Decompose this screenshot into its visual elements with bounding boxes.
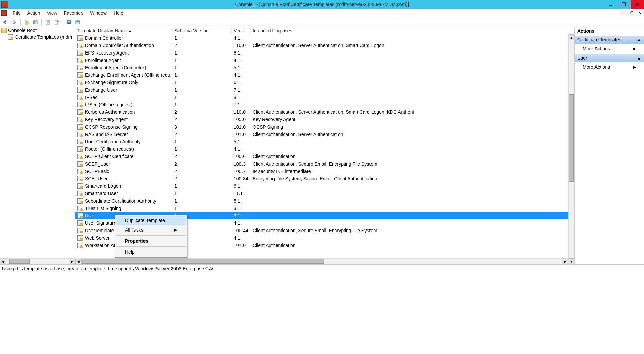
scroll-down-icon[interactable]: ▼ bbox=[569, 258, 574, 264]
table-row[interactable]: Root Certification Authority15.1 bbox=[75, 138, 574, 145]
scroll-right-icon[interactable]: ▶ bbox=[69, 259, 75, 264]
context-menu-duplicate-template[interactable]: Duplicate Template bbox=[116, 216, 186, 225]
row-versi: 4.1 bbox=[232, 235, 251, 241]
cert-icon bbox=[77, 161, 83, 167]
svg-rect-12 bbox=[76, 21, 80, 22]
menu-file[interactable]: File bbox=[9, 10, 24, 16]
mdi-restore-button[interactable]: ❐ bbox=[628, 10, 635, 16]
context-menu-all-tasks[interactable]: All Tasks▶ bbox=[116, 225, 186, 235]
row-versi: 100.6 bbox=[232, 154, 251, 159]
row-schema: 1 bbox=[172, 102, 232, 107]
forward-button[interactable] bbox=[10, 18, 18, 26]
table-row[interactable]: Key Recovery Agent2105.0Key Recovery Age… bbox=[75, 116, 574, 123]
row-name: Key Recovery Agent bbox=[85, 117, 128, 122]
row-name: Exchange User bbox=[85, 87, 117, 93]
table-row[interactable]: Smartcard Logon16.1 bbox=[75, 182, 574, 190]
row-name: Workstation Au bbox=[85, 243, 117, 248]
scroll-left-icon[interactable]: ◀ bbox=[0, 259, 6, 264]
table-row[interactable]: SCEP_User2100.3Client Authentication, Se… bbox=[75, 160, 574, 168]
show-hide-tree-button[interactable] bbox=[31, 18, 39, 26]
row-schema: 1 bbox=[172, 183, 232, 189]
scroll-thumb[interactable] bbox=[82, 259, 324, 264]
app-icon bbox=[1, 1, 8, 8]
row-name: Root Certification Authority bbox=[85, 139, 141, 144]
table-row[interactable]: SCEPUser2100.34Encrypting File System, S… bbox=[75, 175, 574, 182]
export-button[interactable] bbox=[53, 18, 61, 26]
table-row[interactable]: Domain Controller Authentication2110.0Cl… bbox=[75, 42, 574, 49]
col-header-schema[interactable]: Schema Version bbox=[172, 27, 232, 34]
list-pane: Template Display Name▲ Schema Version Ve… bbox=[75, 27, 575, 264]
maximize-button[interactable] bbox=[617, 0, 631, 9]
menu-action[interactable]: Action bbox=[24, 10, 44, 16]
row-versi: 3.1 bbox=[232, 213, 251, 218]
row-versi: 6.1 bbox=[232, 80, 251, 85]
row-schema: 1 bbox=[172, 139, 232, 144]
list-vscroll[interactable]: ▲ ▼ bbox=[568, 34, 574, 264]
tree-hscroll[interactable]: ◀ ▶ bbox=[0, 258, 75, 264]
up-button[interactable] bbox=[23, 18, 31, 26]
actions-more-2[interactable]: More Actions▶ bbox=[575, 62, 644, 72]
context-menu-separator bbox=[116, 235, 186, 236]
context-menu-properties[interactable]: Properties bbox=[116, 236, 186, 246]
context-menu-help[interactable]: Help bbox=[116, 247, 186, 257]
cert-icon bbox=[77, 176, 83, 181]
scroll-left-icon[interactable]: ◀ bbox=[75, 259, 82, 264]
row-versi: 11.1 bbox=[232, 191, 251, 196]
submenu-icon: ▶ bbox=[633, 65, 636, 69]
table-row[interactable]: Smartcard User111.1 bbox=[75, 190, 574, 197]
mdi-close-button[interactable]: ✕ bbox=[636, 10, 643, 16]
help-button[interactable]: ? bbox=[65, 18, 73, 26]
cert-template-icon bbox=[8, 34, 13, 40]
scroll-thumb[interactable] bbox=[9, 259, 30, 264]
table-row[interactable]: Subordinate Certification Authority15.1 bbox=[75, 197, 574, 205]
actions-group-user[interactable]: User▲ bbox=[575, 54, 644, 62]
mdi-minimize-button[interactable]: — bbox=[620, 10, 627, 16]
window-title: Console1 - [Console Root\Certificate Tem… bbox=[235, 2, 409, 7]
tree-root[interactable]: Console Root bbox=[0, 27, 75, 34]
actions-more-1[interactable]: More Actions▶ bbox=[575, 44, 644, 54]
properties-button[interactable] bbox=[44, 18, 52, 26]
table-row[interactable]: Domain Controller14.1 bbox=[75, 34, 574, 42]
table-row[interactable]: Enrollment Agent (Computer)15.1 bbox=[75, 64, 574, 71]
row-purpose: IP security IKE intermediate bbox=[251, 169, 574, 174]
col-header-name[interactable]: Template Display Name▲ bbox=[75, 27, 172, 34]
row-name: IPSec bbox=[85, 95, 97, 100]
table-row[interactable]: Kerberos Authentication2110.0Client Auth… bbox=[75, 108, 574, 116]
menu-favorites[interactable]: Favorites bbox=[61, 10, 87, 16]
new-window-button[interactable] bbox=[74, 18, 82, 26]
table-row[interactable]: SCEP Client Certificate2100.6Client Auth… bbox=[75, 153, 574, 160]
empty-area bbox=[0, 272, 644, 354]
menu-view[interactable]: View bbox=[43, 10, 60, 16]
menu-window[interactable]: Window bbox=[87, 10, 110, 16]
col-header-versi[interactable]: Versi... bbox=[232, 27, 251, 34]
tree-cert-templates[interactable]: Certificate Templates (mdm bbox=[0, 34, 75, 40]
scroll-thumb[interactable] bbox=[569, 94, 574, 182]
table-row[interactable]: RAS and IAS Server2101.0Client Authentic… bbox=[75, 131, 574, 138]
actions-group-cert-templates[interactable]: Certificate Templates ...▲ bbox=[575, 35, 644, 44]
scroll-right-icon[interactable]: ▶ bbox=[562, 259, 568, 264]
minimize-button[interactable] bbox=[604, 0, 617, 9]
menubar: FileActionViewFavoritesWindowHelp — ❐ ✕ bbox=[0, 9, 644, 17]
table-row[interactable]: Exchange Signature Only16.1 bbox=[75, 79, 574, 86]
row-versi: 105.0 bbox=[232, 117, 251, 122]
table-row[interactable]: Router (Offline request)14.1 bbox=[75, 145, 574, 153]
table-row[interactable]: Exchange Enrollment Agent (Offline requ.… bbox=[75, 71, 574, 79]
table-row[interactable]: Trust List Signing13.1 bbox=[75, 205, 574, 212]
back-button[interactable] bbox=[1, 18, 9, 26]
table-row[interactable]: SCEPBasic2100.7IP security IKE intermedi… bbox=[75, 168, 574, 175]
row-versi: 110.0 bbox=[232, 43, 251, 48]
scroll-up-icon[interactable]: ▲ bbox=[569, 34, 574, 40]
tree-root-label: Console Root bbox=[8, 28, 37, 33]
table-row[interactable]: OCSP Response Signing3101.0OCSP Signing bbox=[75, 123, 574, 131]
list-hscroll[interactable]: ◀ ▶ bbox=[75, 258, 568, 264]
row-name: Subordinate Certification Authority bbox=[85, 198, 156, 204]
col-header-purpose[interactable]: Intended Purposes bbox=[251, 27, 574, 34]
menubar-app-icon bbox=[1, 10, 7, 16]
table-row[interactable]: IPSec18.1 bbox=[75, 94, 574, 101]
menu-help[interactable]: Help bbox=[110, 10, 127, 16]
table-row[interactable]: EFS Recovery Agent16.1 bbox=[75, 49, 574, 57]
table-row[interactable]: IPSec (Offline request)17.1 bbox=[75, 101, 574, 108]
close-button[interactable] bbox=[631, 0, 644, 9]
table-row[interactable]: Exchange User17.1 bbox=[75, 86, 574, 94]
table-row[interactable]: Enrollment Agent14.1 bbox=[75, 57, 574, 64]
